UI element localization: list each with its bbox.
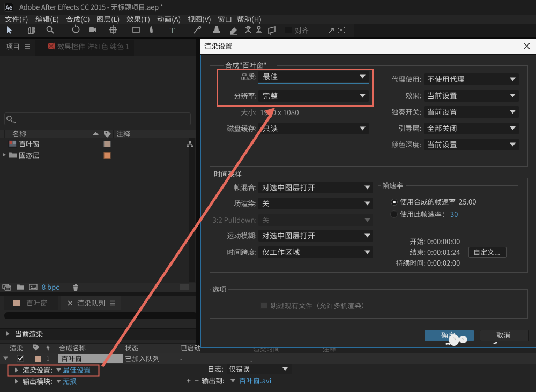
svg-text:T: T [170,26,175,35]
